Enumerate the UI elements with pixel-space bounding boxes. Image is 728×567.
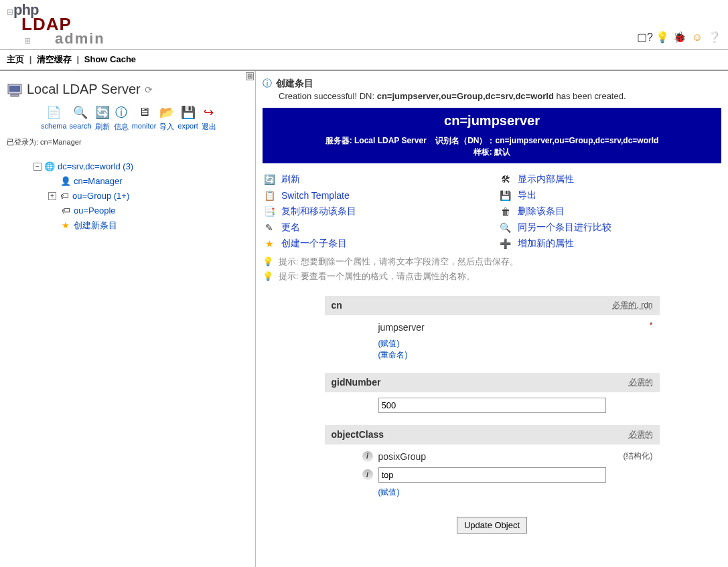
required-star: * xyxy=(650,321,653,330)
schema-icon: 📄 xyxy=(46,104,62,120)
tree-item-people[interactable]: 🏷 ou=People xyxy=(48,204,251,218)
tool-search[interactable]: 🔍search xyxy=(70,104,92,132)
menu-home[interactable]: 主页 xyxy=(7,54,24,64)
svg-rect-2 xyxy=(11,94,19,96)
refresh-icon: 🔄 xyxy=(263,173,276,186)
lightbulb-icon: 💡 xyxy=(263,256,273,266)
smiley-icon[interactable]: ☺ xyxy=(690,31,704,44)
action-add-attr[interactable]: ➕增加新的属性 xyxy=(499,237,722,250)
collapse-tree-button[interactable]: ⊞ xyxy=(246,72,254,80)
attr-body-cn: jumpserver * (赋值) (重命名) xyxy=(325,315,660,366)
tree-panel: ⊞ Local LDAP Server ⟳ 📄schema 🔍search 🔄刷… xyxy=(0,71,256,567)
search-icon: 🔍 xyxy=(72,104,88,120)
tree-toolbar: 📄schema 🔍search 🔄刷新 ⓘ信息 🖥monitor 📂导入 💾ex… xyxy=(7,104,251,132)
tree-item-group[interactable]: + 🏷 ou=Group (1+) xyxy=(48,189,251,204)
tree-create-new[interactable]: ★ 创建新条目 xyxy=(48,218,251,233)
import-icon: 📂 xyxy=(159,104,175,120)
lightbulb-icon[interactable]: 💡 xyxy=(656,31,669,44)
oc-posixgroup: posixGroup xyxy=(378,450,427,463)
header: ⊟php LDAP ⊞admin ▢? 💡 🐞 ☺ ❔ xyxy=(0,0,728,50)
server-name: Local LDAP Server xyxy=(27,82,141,97)
tool-info[interactable]: ⓘ信息 xyxy=(113,104,129,132)
export-icon: 💾 xyxy=(499,189,512,202)
logged-in-text: 已登录为: cn=Manager xyxy=(7,137,251,147)
entry-titlebar: cn=jumpserver 服务器: Local LDAP Server 识别名… xyxy=(263,108,721,163)
entry-actions: 🔄刷新 🛠显示内部属性 📋Switch Template 💾导出 📑复制和移动该… xyxy=(263,173,721,250)
info-icon[interactable]: i xyxy=(362,469,373,480)
help-icon[interactable]: ❔ xyxy=(708,31,721,44)
server-icon xyxy=(7,82,23,98)
hint-2: 💡提示: 要查看一个属性的格式，请点击属性的名称。 xyxy=(263,270,721,282)
hint-1: 💡提示: 想要删除一个属性，请将文本字段清空，然后点击保存。 xyxy=(263,256,721,268)
menu-purge-cache[interactable]: 清空缓存 xyxy=(37,54,72,64)
action-refresh[interactable]: 🔄刷新 xyxy=(263,173,486,186)
rename-icon: ✎ xyxy=(263,221,276,234)
action-export[interactable]: 💾导出 xyxy=(499,189,722,202)
info-icon[interactable]: i xyxy=(362,451,373,462)
action-copy-move[interactable]: 📑复制和移动该条目 xyxy=(263,205,486,218)
trash-icon: 🗑 xyxy=(499,205,512,218)
refresh-icon: 🔄 xyxy=(94,104,111,120)
update-object-button[interactable]: Update Object xyxy=(457,517,527,534)
attr-cn-value: jumpserver xyxy=(378,321,660,334)
link-add-value-oc[interactable]: (赋值) xyxy=(378,487,400,497)
tools-icon: 🛠 xyxy=(499,173,512,186)
star-icon: ★ xyxy=(60,220,71,231)
export-icon: 💾 xyxy=(180,104,196,120)
tool-refresh[interactable]: 🔄刷新 xyxy=(94,104,111,132)
link-rename-cn[interactable]: (重命名) xyxy=(378,350,408,359)
attr-body-oc: i posixGroup (结构化) i (赋值) xyxy=(325,444,660,503)
bug-icon[interactable]: 🐞 xyxy=(673,31,686,44)
tree-root[interactable]: − 🌐 dc=srv,dc=world (3) xyxy=(33,159,251,174)
link-add-value-cn[interactable]: (赋值) xyxy=(378,339,400,348)
template-icon: 📋 xyxy=(263,189,276,202)
action-rename[interactable]: ✎更名 xyxy=(263,221,486,234)
entry-title: cn=jumpserver xyxy=(268,113,716,129)
message-title: ⓘ 创建条目 xyxy=(263,78,721,90)
attr-header-gid: gidNumber 必需的 xyxy=(325,373,660,392)
add-icon: ➕ xyxy=(499,237,512,250)
svg-rect-1 xyxy=(9,86,20,92)
action-switch-template[interactable]: 📋Switch Template xyxy=(263,189,486,202)
server-refresh-icon[interactable]: ⟳ xyxy=(145,84,153,95)
attr-header-cn: cn 必需的, rdn xyxy=(325,296,660,315)
tool-logout[interactable]: ↪退出 xyxy=(201,104,217,132)
plus-icon[interactable]: + xyxy=(48,192,56,200)
logout-icon: ↪ xyxy=(201,104,217,120)
ou-icon: 🏷 xyxy=(59,191,70,201)
server-title: Local LDAP Server ⟳ xyxy=(7,82,251,98)
action-delete[interactable]: 🗑删除该条目 xyxy=(499,205,722,218)
header-icons: ▢? 💡 🐞 ☺ ❔ xyxy=(638,31,721,46)
compare-icon: 🔍 xyxy=(499,221,512,234)
lightbulb-icon: 💡 xyxy=(263,271,273,281)
tool-export[interactable]: 💾export xyxy=(177,104,198,132)
person-icon: 👤 xyxy=(60,176,71,187)
tool-schema[interactable]: 📄schema xyxy=(41,104,67,132)
tool-import[interactable]: 📂导入 xyxy=(159,104,175,132)
attr-header-oc: objectClass 必需的 xyxy=(325,425,660,444)
globe-icon: 🌐 xyxy=(44,161,55,172)
menubar: 主页 | 清空缓存 | Show Cache xyxy=(0,50,728,71)
action-create-child[interactable]: ★创建一个子条目 xyxy=(263,237,486,250)
info-icon: ⓘ xyxy=(263,78,272,90)
input-gidnumber[interactable] xyxy=(378,398,606,413)
tree: − 🌐 dc=srv,dc=world (3) 👤 cn=Manager + 🏷… xyxy=(33,159,251,233)
star-icon: ★ xyxy=(263,237,276,250)
message-body: Creation successful! DN: cn=jumpserver,o… xyxy=(279,91,721,101)
ou-icon: 🏷 xyxy=(60,206,71,216)
content-panel: ⓘ 创建条目 Creation successful! DN: cn=jumps… xyxy=(256,71,728,567)
input-objectclass-top[interactable] xyxy=(378,467,606,483)
help-small-icon[interactable]: ▢? xyxy=(638,31,652,44)
attr-body-gid xyxy=(325,392,660,418)
minus-icon[interactable]: − xyxy=(33,163,42,171)
action-internal[interactable]: 🛠显示内部属性 xyxy=(499,173,722,186)
tree-item-manager[interactable]: 👤 cn=Manager xyxy=(48,174,251,189)
tool-monitor[interactable]: 🖥monitor xyxy=(132,104,157,132)
menu-show-cache[interactable]: Show Cache xyxy=(84,54,136,64)
action-compare[interactable]: 🔍同另一个条目进行比较 xyxy=(499,221,722,234)
logo: ⊟php LDAP ⊞admin xyxy=(7,3,105,46)
info-icon: ⓘ xyxy=(113,104,129,120)
copy-icon: 📑 xyxy=(263,205,276,218)
monitor-icon: 🖥 xyxy=(136,104,152,120)
